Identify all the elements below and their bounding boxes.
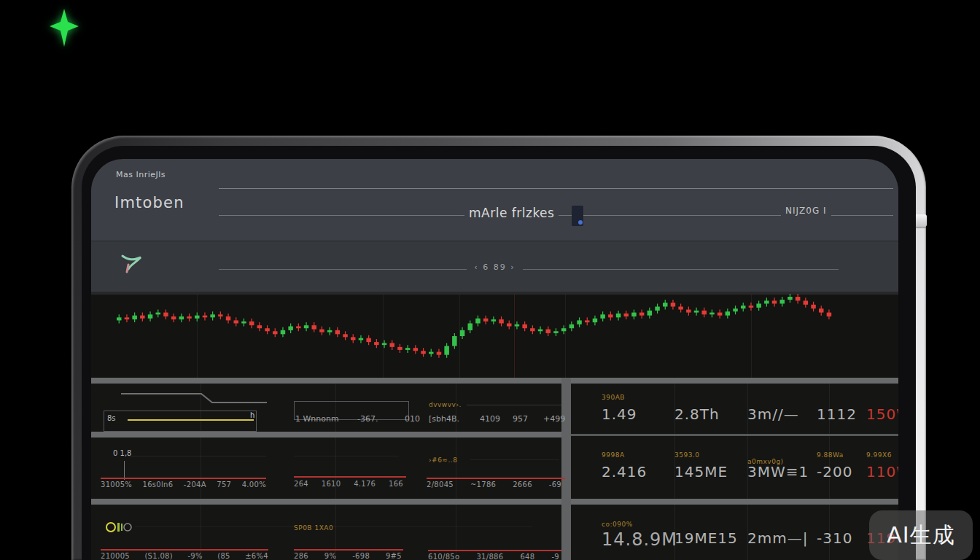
flat-series-line xyxy=(294,549,403,551)
tick-label: 757 xyxy=(217,481,231,489)
table-row[interactable]: co:090%14.8.9M19ME152mm—|-310119M xyxy=(571,505,898,550)
candle xyxy=(343,334,348,337)
candle xyxy=(241,322,246,324)
tick-label: 1610 xyxy=(322,480,341,488)
candle xyxy=(585,320,590,322)
candle xyxy=(460,330,465,336)
flat-series-line xyxy=(427,478,565,479)
candle xyxy=(671,303,676,306)
candle xyxy=(631,313,637,316)
flat-series-line xyxy=(101,478,266,479)
tick-label: (S1.08) xyxy=(144,552,173,560)
cell-tag: 3593.0 xyxy=(674,451,747,459)
candle xyxy=(741,306,746,308)
cell-value: 150W xyxy=(866,405,898,423)
faint-line xyxy=(128,456,266,456)
candle xyxy=(437,352,442,355)
candle xyxy=(195,316,200,319)
candle xyxy=(397,347,402,350)
candle xyxy=(530,328,535,331)
cell-value: 2.8Th xyxy=(674,405,747,423)
tick-label: -698 xyxy=(352,552,370,560)
candle xyxy=(366,338,371,342)
candle xyxy=(811,305,816,308)
trading-app-screen: Mas InrieJls Imtoben NIJZ0G I mArle frlz… xyxy=(91,159,898,560)
candle xyxy=(210,314,215,317)
cell-value: 1.49 xyxy=(602,405,674,423)
candle xyxy=(702,311,707,314)
symbol-search-field[interactable]: mArle frlzkes xyxy=(464,206,559,220)
tick-label: 210005 xyxy=(101,552,130,560)
cell-value: 3m//— xyxy=(747,405,817,423)
tick-row: 31005%16s0ln6-204A7574.00% xyxy=(101,481,266,489)
cell-value: 957 xyxy=(513,414,543,424)
circle-meter-icon xyxy=(104,520,133,534)
tick-row: 2869%-6989#5 xyxy=(294,552,402,560)
candle xyxy=(319,330,324,332)
candle xyxy=(156,313,161,315)
header-subtitle: Mas InrieJls xyxy=(116,170,166,179)
tick-label: -9% xyxy=(187,552,202,560)
tick-label: 2666 xyxy=(513,481,532,489)
cell-value: 110W xyxy=(866,463,898,481)
cell-value: 2mm—| xyxy=(747,529,817,550)
candle xyxy=(507,323,512,326)
tick-label: 16s0ln6 xyxy=(143,481,174,489)
candle xyxy=(382,343,387,345)
candle xyxy=(327,330,332,332)
tick-label: -69 xyxy=(549,481,561,489)
tick-label: 4.00% xyxy=(242,481,266,489)
candle xyxy=(624,314,629,316)
device-bezel: Mas InrieJls Imtoben NIJZ0G I mArle frlz… xyxy=(82,146,916,560)
candle xyxy=(733,308,738,311)
candle xyxy=(678,307,683,310)
cell-value: 3MW≡1 xyxy=(747,463,817,481)
candle xyxy=(522,324,527,328)
cell-value: 2.416 xyxy=(602,463,674,481)
tick-row: 26416104.176166 xyxy=(294,480,403,488)
cell-value: +499 xyxy=(543,414,565,424)
cell-value: 14.8.9M xyxy=(602,529,674,550)
table-row[interactable]: 9998A3593.0a0mxv0g)9.88Wa9.99X62.416145M… xyxy=(571,440,898,481)
tick-row: 610/85o31/886648-9 xyxy=(428,553,559,560)
candle xyxy=(772,300,777,303)
candle xyxy=(468,323,473,330)
panel-right-label: h xyxy=(250,411,254,419)
toolbar-value: ‹ 6 89 › xyxy=(91,262,898,272)
cell-tag xyxy=(817,394,866,401)
candle xyxy=(756,303,761,307)
panel-tag: ›#6≈..8 xyxy=(429,456,457,464)
flat-series-line xyxy=(101,549,268,551)
candle xyxy=(140,316,145,319)
candle xyxy=(546,330,551,333)
candle xyxy=(187,316,192,319)
flat-series-line xyxy=(294,476,406,478)
candle xyxy=(780,300,785,303)
candle xyxy=(608,314,613,317)
candle xyxy=(125,317,130,319)
candles-svg xyxy=(91,293,898,378)
faint-line xyxy=(467,405,561,405)
tick-row: 210005(S1.08)-9%(85±6%4 xyxy=(101,552,268,560)
candle xyxy=(538,330,543,332)
tick-label: 286 xyxy=(294,552,308,560)
sparkle-star-icon xyxy=(48,7,80,48)
candle xyxy=(413,348,419,351)
divider-bar xyxy=(91,432,561,438)
cell-value: 19ME15 xyxy=(674,529,747,550)
candle xyxy=(226,316,231,320)
candle xyxy=(819,308,824,312)
candle xyxy=(273,331,278,334)
candle xyxy=(265,328,270,331)
tick-label: 610/85o xyxy=(428,553,459,560)
candle xyxy=(444,346,449,355)
panel-tag: SP0B 1XA0 xyxy=(294,524,333,532)
faint-line xyxy=(470,459,559,460)
faint-line xyxy=(135,526,532,527)
candle xyxy=(694,311,699,313)
candle xyxy=(171,316,176,319)
tick-label: ±6%4 xyxy=(245,552,268,560)
watermark-badge: AI生成 xyxy=(869,510,973,560)
tick-label: ~1786 xyxy=(470,481,496,489)
table-row[interactable]: 390AB1.492.8Th3m//—1112150W xyxy=(571,384,898,423)
